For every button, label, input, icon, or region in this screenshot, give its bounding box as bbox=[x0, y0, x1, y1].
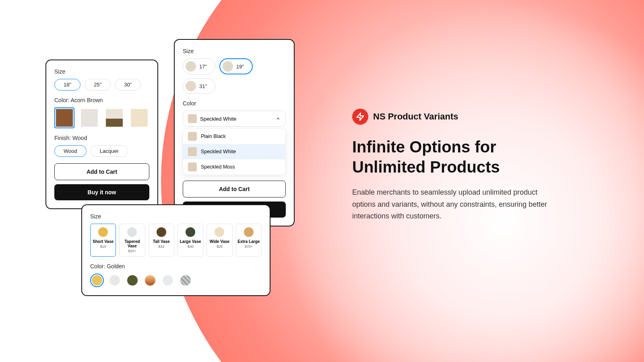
card-price: $15 bbox=[91, 245, 115, 249]
body-text: Enable merchants to seamlessly upload un… bbox=[352, 187, 557, 222]
card-price: $20+ bbox=[120, 249, 144, 253]
size-pill-row: 18" 25" 30" bbox=[54, 79, 149, 90]
card-name: Short Vase bbox=[91, 239, 115, 244]
pill-text: 31" bbox=[199, 83, 207, 89]
card-name: Extra Large bbox=[237, 239, 260, 244]
color-swatch[interactable] bbox=[129, 107, 149, 128]
card-name: Tapered Vase bbox=[120, 239, 144, 248]
size-card[interactable]: Large Vase$40 bbox=[178, 224, 203, 257]
size-img-pill[interactable]: 31" bbox=[183, 78, 215, 94]
dropdown-item[interactable]: Speckled Moss bbox=[183, 159, 285, 175]
color-dropdown[interactable]: Speckled White bbox=[183, 111, 286, 127]
color-label: Color: Golden bbox=[90, 263, 262, 269]
color-label: Color bbox=[183, 100, 286, 107]
color-circle-row bbox=[90, 274, 262, 287]
brand-logo-icon bbox=[352, 109, 368, 125]
size-card-row: Short Vase$15 Tapered Vase$20+ Tall Vase… bbox=[90, 224, 262, 257]
size-img-pill-row: 17" 19" 31" bbox=[183, 58, 286, 94]
brand-name: NS Product Variants bbox=[373, 111, 458, 122]
color-swatch[interactable] bbox=[79, 107, 99, 128]
card-name: Large Vase bbox=[179, 239, 202, 244]
finish-pill[interactable]: Lacquer bbox=[91, 145, 128, 157]
color-circle[interactable] bbox=[126, 274, 139, 287]
size-label: Size bbox=[183, 48, 286, 54]
add-to-cart-button[interactable]: Add to Cart bbox=[54, 163, 149, 180]
card-name: Wide Vase bbox=[208, 239, 231, 244]
color-circle[interactable] bbox=[143, 274, 157, 287]
card-price: $29 bbox=[208, 245, 231, 249]
size-label: Size bbox=[90, 213, 262, 220]
size-label: Size bbox=[54, 68, 149, 75]
size-img-pill[interactable]: 19" bbox=[219, 58, 253, 74]
color-circle[interactable] bbox=[161, 274, 175, 287]
variant-panel-pills: Size 18" 25" 30" Color: Acorn Brown Fini… bbox=[45, 60, 158, 209]
dropdown-item[interactable]: Speckled White bbox=[183, 144, 285, 159]
finish-label: Finish: Wood bbox=[54, 135, 149, 141]
buy-now-button[interactable]: Buy it now bbox=[54, 184, 149, 200]
color-swatch[interactable] bbox=[104, 107, 124, 128]
size-pill[interactable]: 30" bbox=[115, 79, 141, 90]
variant-panel-dropdown: Size 17" 19" 31" Color Speckled White Pl… bbox=[174, 39, 295, 226]
color-circle[interactable] bbox=[90, 274, 104, 287]
color-dropdown-list: Plain Black Speckled White Speckled Moss bbox=[183, 128, 286, 175]
card-price: $70+ bbox=[237, 245, 260, 249]
headline: Infinite Options for Unlimited Products bbox=[352, 137, 557, 177]
item-text: Speckled White bbox=[201, 149, 236, 154]
card-price: $40 bbox=[179, 245, 202, 249]
pill-text: 19" bbox=[236, 64, 244, 70]
finish-pill[interactable]: Wood bbox=[54, 145, 87, 157]
size-pill[interactable]: 25" bbox=[85, 79, 111, 90]
hero-section: NS Product Variants Infinite Options for… bbox=[352, 109, 557, 222]
svg-marker-0 bbox=[357, 113, 364, 120]
size-card[interactable]: Wide Vase$29 bbox=[206, 224, 232, 257]
card-name: Tall Vase bbox=[150, 239, 173, 244]
finish-pill-row: Wood Lacquer bbox=[54, 145, 149, 157]
item-text: Plain Black bbox=[201, 134, 226, 139]
variant-panel-cards: Size Short Vase$15 Tapered Vase$20+ Tall… bbox=[81, 204, 270, 296]
size-img-pill[interactable]: 17" bbox=[183, 58, 215, 74]
chevron-up-icon bbox=[276, 116, 281, 121]
add-to-cart-button[interactable]: Add to Cart bbox=[183, 181, 286, 197]
size-card[interactable]: Extra Large$70+ bbox=[236, 224, 262, 257]
color-circle[interactable] bbox=[108, 274, 122, 287]
dropdown-item[interactable]: Plain Black bbox=[183, 129, 285, 144]
size-card[interactable]: Tall Vase$32 bbox=[149, 224, 174, 257]
dropdown-value: Speckled White bbox=[200, 116, 236, 122]
size-card[interactable]: Short Vase$15 bbox=[90, 224, 116, 257]
color-swatch[interactable] bbox=[54, 107, 74, 128]
color-swatch-row bbox=[54, 107, 149, 128]
item-text: Speckled Moss bbox=[201, 164, 235, 170]
color-circle[interactable] bbox=[179, 274, 192, 287]
brand-row: NS Product Variants bbox=[352, 109, 557, 125]
pill-text: 17" bbox=[199, 64, 207, 70]
size-card[interactable]: Tapered Vase$20+ bbox=[119, 224, 145, 257]
card-price: $32 bbox=[150, 245, 173, 249]
size-pill[interactable]: 18" bbox=[54, 79, 80, 90]
color-label: Color: Acorn Brown bbox=[54, 97, 149, 103]
